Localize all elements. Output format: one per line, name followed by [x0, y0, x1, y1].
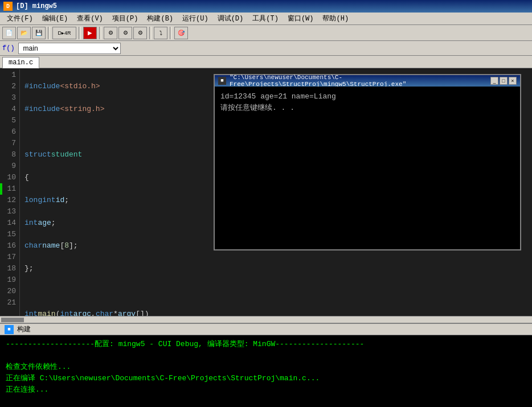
build-line-6	[6, 396, 526, 407]
main-area: 12345 678910 1112131415 1617181920 21 #i…	[0, 68, 532, 316]
build-line-5: 正在连接...	[6, 384, 526, 396]
build-line-4: 正在编译 C:\Users\newuser\Documents\C-Free\P…	[6, 373, 526, 384]
code-line-10	[24, 286, 300, 297]
sep1	[48, 27, 50, 39]
link-btn[interactable]: ⚙	[118, 27, 132, 39]
tab-main-c[interactable]: main.c	[2, 57, 39, 68]
menu-edit[interactable]: 编辑(E)	[38, 13, 73, 24]
menu-run[interactable]: 运行(U)	[178, 13, 213, 24]
build-line-1: --------------------配置: mingw5 - CUI Deb…	[6, 339, 526, 350]
build-line-3: 检查文件依赖性...	[6, 361, 526, 373]
code-line-9: };	[24, 263, 300, 274]
open-btn[interactable]: 📂	[17, 27, 31, 39]
title-bar: D [D] mingw5	[0, 0, 532, 13]
console-body: id=12345 age=21 name=Liang 请按任意键继续. . .	[215, 87, 520, 249]
console-title-bar: ■ "C:\Users\newuser\Documents\C-Free\Pro…	[215, 75, 520, 87]
console-title-text: "C:\Users\newuser\Documents\C-Free\Proje…	[230, 74, 490, 88]
menu-file[interactable]: 文件(F)	[2, 13, 38, 24]
console-window: ■ "C:\Users\newuser\Documents\C-Free\Pro…	[214, 74, 521, 250]
menu-project[interactable]: 项目(P)	[108, 13, 143, 24]
build-panel: ■ 构建 --------------------配置: mingw5 - CU…	[0, 323, 532, 407]
menu-debug[interactable]: 调试(D)	[213, 13, 248, 24]
h-scroll-thumb[interactable]	[1, 318, 24, 322]
new-btn[interactable]: 📄	[2, 27, 16, 39]
toolbar: 📄 📂 💾 D▸4R ▶ ⚙ ⚙ ⚙ ⤵ 🎯	[0, 25, 532, 41]
menu-view[interactable]: 查看(V)	[72, 13, 108, 24]
console-icon: ■	[218, 77, 226, 85]
console-line-2: 请按任意键继续. . .	[220, 102, 514, 114]
make-btn[interactable]: ⚙	[133, 27, 147, 39]
line-indicator	[0, 183, 2, 195]
console-close-btn[interactable]: ×	[509, 77, 517, 85]
build-icon: ■	[5, 325, 14, 334]
menu-window[interactable]: 窗口(W)	[283, 13, 318, 24]
console-window-buttons: _ □ ×	[490, 77, 517, 85]
run-btn[interactable]: ▶	[83, 27, 97, 39]
app-icon: D	[3, 2, 13, 11]
menu-bar: 文件(F) 编辑(E) 查看(V) 项目(P) 构建(B) 运行(U) 调试(D…	[0, 13, 532, 25]
save-btn[interactable]: 💾	[32, 27, 46, 39]
console-minimize-btn[interactable]: _	[490, 77, 498, 85]
build-run-btn[interactable]: D▸4R	[52, 27, 76, 39]
func-icon: f()	[2, 44, 15, 52]
sep3	[99, 27, 101, 39]
console-line-1: id=12345 age=21 name=Liang	[220, 91, 514, 102]
console-maximize-btn[interactable]: □	[500, 77, 508, 85]
menu-help[interactable]: 帮助(H)	[318, 13, 353, 24]
code-line-11: int main(int argc, char* argv[])	[24, 309, 300, 316]
sep5	[170, 27, 172, 39]
menu-tools[interactable]: 工具(T)	[248, 13, 283, 24]
build-line-2	[6, 350, 526, 361]
sep2	[79, 27, 81, 39]
debug-step-btn[interactable]: ⤵	[154, 27, 167, 39]
settings-btn[interactable]: 🎯	[174, 27, 188, 39]
sep4	[149, 27, 152, 39]
function-dropdown[interactable]: main	[18, 43, 121, 54]
menu-build[interactable]: 构建(B)	[142, 13, 178, 24]
toolbar2: f() main	[0, 41, 532, 56]
build-header: ■ 构建	[0, 323, 532, 335]
build-content: --------------------配置: mingw5 - CUI Deb…	[0, 335, 532, 407]
build-title: 构建	[17, 324, 31, 334]
line-numbers: 12345 678910 1112131415 1617181920 21	[0, 69, 20, 316]
h-scrollbar[interactable]	[0, 316, 532, 323]
tab-bar: main.c	[0, 56, 532, 68]
compile-btn[interactable]: ⚙	[104, 27, 117, 39]
window-title: [D] mingw5	[16, 2, 57, 10]
